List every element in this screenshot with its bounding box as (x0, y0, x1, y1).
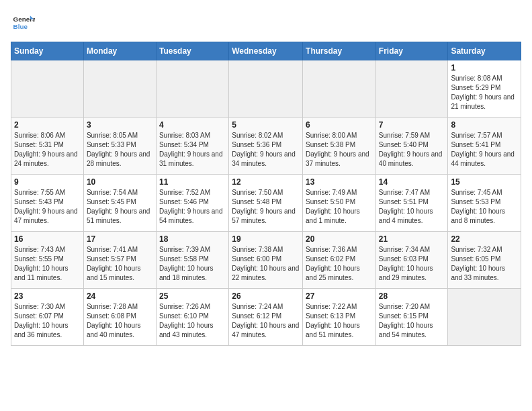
day-info: Sunrise: 7:59 AMSunset: 5:40 PMDaylight:… (379, 131, 445, 169)
day-info: Sunrise: 7:28 AMSunset: 6:08 PMDaylight:… (87, 302, 153, 340)
calendar-day-cell: 5Sunrise: 8:02 AMSunset: 5:36 PMDaylight… (229, 118, 303, 175)
day-number: 10 (87, 177, 153, 187)
day-info: Sunrise: 7:26 AMSunset: 6:10 PMDaylight:… (159, 302, 226, 340)
day-info: Sunrise: 7:43 AMSunset: 5:55 PMDaylight:… (14, 245, 81, 283)
day-number: 21 (379, 234, 445, 244)
calendar-day-cell (448, 289, 521, 346)
day-info: Sunrise: 7:32 AMSunset: 6:05 PMDaylight:… (451, 245, 518, 283)
day-info: Sunrise: 7:36 AMSunset: 6:02 PMDaylight:… (306, 245, 373, 283)
calendar-week-row: 23Sunrise: 7:30 AMSunset: 6:07 PMDayligh… (11, 289, 521, 346)
calendar-day-cell: 6Sunrise: 8:00 AMSunset: 5:38 PMDaylight… (303, 118, 376, 175)
day-info: Sunrise: 7:49 AMSunset: 5:50 PMDaylight:… (306, 188, 373, 226)
day-info: Sunrise: 7:24 AMSunset: 6:12 PMDaylight:… (232, 302, 300, 340)
calendar-day-cell (83, 60, 156, 118)
calendar-day-cell: 4Sunrise: 8:03 AMSunset: 5:34 PMDaylight… (156, 118, 228, 175)
day-info: Sunrise: 7:55 AMSunset: 5:43 PMDaylight:… (14, 188, 81, 226)
calendar-day-cell: 2Sunrise: 8:06 AMSunset: 5:31 PMDaylight… (11, 118, 84, 175)
day-number: 14 (379, 177, 445, 187)
day-number: 6 (306, 120, 373, 130)
day-number: 27 (306, 291, 373, 301)
day-info: Sunrise: 8:02 AMSunset: 5:36 PMDaylight:… (232, 131, 300, 169)
day-number: 13 (306, 177, 373, 187)
day-number: 7 (379, 120, 445, 130)
calendar-day-cell: 7Sunrise: 7:59 AMSunset: 5:40 PMDaylight… (375, 118, 448, 175)
calendar-day-cell: 27Sunrise: 7:22 AMSunset: 6:13 PMDayligh… (303, 289, 376, 346)
day-number: 8 (451, 120, 518, 130)
svg-text:Blue: Blue (13, 23, 28, 30)
calendar-header-row: SundayMondayTuesdayWednesdayThursdayFrid… (11, 42, 521, 60)
calendar-week-row: 2Sunrise: 8:06 AMSunset: 5:31 PMDaylight… (11, 118, 521, 175)
day-number: 2 (14, 120, 81, 130)
weekday-header: Monday (83, 42, 156, 60)
day-number: 3 (87, 120, 153, 130)
calendar-day-cell: 11Sunrise: 7:52 AMSunset: 5:46 PMDayligh… (156, 175, 228, 232)
day-number: 9 (14, 177, 81, 187)
weekday-header: Wednesday (229, 42, 303, 60)
day-number: 19 (232, 234, 300, 244)
calendar-day-cell: 19Sunrise: 7:38 AMSunset: 6:00 PMDayligh… (229, 232, 303, 289)
day-number: 4 (159, 120, 226, 130)
day-info: Sunrise: 8:08 AMSunset: 5:29 PMDaylight:… (451, 74, 518, 111)
day-number: 22 (451, 234, 518, 244)
day-number: 25 (159, 291, 226, 301)
calendar-week-row: 9Sunrise: 7:55 AMSunset: 5:43 PMDaylight… (11, 175, 521, 232)
calendar-day-cell: 12Sunrise: 7:50 AMSunset: 5:48 PMDayligh… (229, 175, 303, 232)
weekday-header: Saturday (448, 42, 521, 60)
day-info: Sunrise: 8:00 AMSunset: 5:38 PMDaylight:… (306, 131, 373, 169)
calendar-day-cell (156, 60, 228, 118)
calendar-day-cell: 28Sunrise: 7:20 AMSunset: 6:15 PMDayligh… (375, 289, 448, 346)
calendar-day-cell: 16Sunrise: 7:43 AMSunset: 5:55 PMDayligh… (11, 232, 84, 289)
day-info: Sunrise: 7:45 AMSunset: 5:53 PMDaylight:… (451, 188, 518, 226)
calendar-day-cell: 20Sunrise: 7:36 AMSunset: 6:02 PMDayligh… (303, 232, 376, 289)
calendar-week-row: 16Sunrise: 7:43 AMSunset: 5:55 PMDayligh… (11, 232, 521, 289)
day-number: 24 (87, 291, 153, 301)
day-number: 28 (379, 291, 445, 301)
calendar-day-cell: 21Sunrise: 7:34 AMSunset: 6:03 PMDayligh… (375, 232, 448, 289)
day-info: Sunrise: 7:39 AMSunset: 5:58 PMDaylight:… (159, 245, 226, 283)
day-info: Sunrise: 7:52 AMSunset: 5:46 PMDaylight:… (159, 188, 226, 226)
calendar-day-cell: 13Sunrise: 7:49 AMSunset: 5:50 PMDayligh… (303, 175, 376, 232)
calendar-day-cell: 24Sunrise: 7:28 AMSunset: 6:08 PMDayligh… (83, 289, 156, 346)
calendar-week-row: 1Sunrise: 8:08 AMSunset: 5:29 PMDaylight… (11, 60, 521, 118)
day-info: Sunrise: 7:20 AMSunset: 6:15 PMDaylight:… (379, 302, 445, 340)
day-info: Sunrise: 7:50 AMSunset: 5:48 PMDaylight:… (232, 188, 300, 226)
calendar-day-cell: 9Sunrise: 7:55 AMSunset: 5:43 PMDaylight… (11, 175, 84, 232)
calendar-table: SundayMondayTuesdayWednesdayThursdayFrid… (11, 42, 521, 346)
day-info: Sunrise: 7:30 AMSunset: 6:07 PMDaylight:… (14, 302, 81, 340)
day-number: 1 (451, 63, 518, 73)
calendar-day-cell: 10Sunrise: 7:54 AMSunset: 5:45 PMDayligh… (83, 175, 156, 232)
day-info: Sunrise: 8:05 AMSunset: 5:33 PMDaylight:… (87, 131, 153, 169)
day-info: Sunrise: 8:03 AMSunset: 5:34 PMDaylight:… (159, 131, 226, 169)
calendar-day-cell (375, 60, 448, 118)
day-number: 16 (14, 234, 81, 244)
day-number: 26 (232, 291, 300, 301)
day-info: Sunrise: 7:22 AMSunset: 6:13 PMDaylight:… (306, 302, 373, 340)
weekday-header: Thursday (303, 42, 376, 60)
day-info: Sunrise: 7:57 AMSunset: 5:41 PMDaylight:… (451, 131, 518, 169)
day-number: 15 (451, 177, 518, 187)
day-number: 23 (14, 291, 81, 301)
day-info: Sunrise: 7:47 AMSunset: 5:51 PMDaylight:… (379, 188, 445, 226)
day-number: 12 (232, 177, 300, 187)
weekday-header: Sunday (11, 42, 84, 60)
weekday-header: Friday (375, 42, 448, 60)
page-header: General Blue (11, 11, 521, 35)
calendar-day-cell: 3Sunrise: 8:05 AMSunset: 5:33 PMDaylight… (83, 118, 156, 175)
calendar-day-cell (303, 60, 376, 118)
weekday-header: Tuesday (156, 42, 228, 60)
calendar-day-cell: 15Sunrise: 7:45 AMSunset: 5:53 PMDayligh… (448, 175, 521, 232)
calendar-day-cell: 23Sunrise: 7:30 AMSunset: 6:07 PMDayligh… (11, 289, 84, 346)
day-info: Sunrise: 8:06 AMSunset: 5:31 PMDaylight:… (14, 131, 81, 169)
calendar-day-cell: 8Sunrise: 7:57 AMSunset: 5:41 PMDaylight… (448, 118, 521, 175)
calendar-day-cell (229, 60, 303, 118)
day-info: Sunrise: 7:54 AMSunset: 5:45 PMDaylight:… (87, 188, 153, 226)
calendar-day-cell: 14Sunrise: 7:47 AMSunset: 5:51 PMDayligh… (375, 175, 448, 232)
calendar-day-cell: 18Sunrise: 7:39 AMSunset: 5:58 PMDayligh… (156, 232, 228, 289)
day-number: 18 (159, 234, 226, 244)
day-info: Sunrise: 7:38 AMSunset: 6:00 PMDaylight:… (232, 245, 300, 283)
day-info: Sunrise: 7:34 AMSunset: 6:03 PMDaylight:… (379, 245, 445, 283)
calendar-day-cell: 25Sunrise: 7:26 AMSunset: 6:10 PMDayligh… (156, 289, 228, 346)
day-info: Sunrise: 7:41 AMSunset: 5:57 PMDaylight:… (87, 245, 153, 283)
day-number: 17 (87, 234, 153, 244)
logo-icon: General Blue (11, 11, 35, 35)
